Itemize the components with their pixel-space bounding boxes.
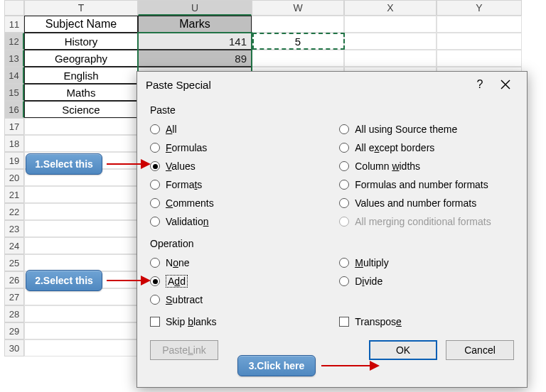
callout-2: 2.Select this — [26, 270, 102, 291]
cell-T28[interactable] — [24, 305, 138, 322]
cell-T16[interactable]: Science — [24, 101, 138, 118]
row-header-26[interactable]: 26 — [4, 271, 24, 288]
cell-W13[interactable] — [252, 50, 344, 67]
cell-T30[interactable] — [24, 339, 138, 356]
callout-1: 1.Select this — [26, 153, 102, 175]
cell-W12[interactable]: 5 — [252, 33, 344, 50]
row-header-15[interactable]: 15 — [4, 84, 24, 101]
paste-group-label: Paste — [150, 104, 514, 116]
cell-Y13[interactable] — [437, 50, 522, 67]
ok-button[interactable]: OK — [369, 340, 437, 360]
row-header-29[interactable]: 29 — [4, 322, 24, 339]
cell-T24[interactable] — [24, 237, 138, 254]
cell-T18[interactable] — [24, 135, 138, 152]
row-header-21[interactable]: 21 — [4, 186, 24, 203]
cell-T21[interactable] — [24, 186, 138, 203]
cell-U13[interactable]: 89 — [138, 50, 252, 67]
cell-T23[interactable] — [24, 220, 138, 237]
close-icon — [500, 80, 510, 89]
cell-T22[interactable] — [24, 203, 138, 220]
cell-T17[interactable] — [24, 118, 138, 135]
row-header-20[interactable]: 20 — [4, 169, 24, 186]
row-header-24[interactable]: 24 — [4, 237, 24, 254]
radio-all-theme[interactable]: All using Source theme — [339, 120, 514, 138]
corner-header[interactable] — [4, 0, 24, 16]
paste-link-button: Paste Link — [150, 340, 218, 360]
arrow-3 — [321, 365, 378, 366]
cell-T13[interactable]: Geography — [24, 50, 138, 67]
radio-formulas[interactable]: Formulas — [150, 138, 339, 157]
row-header-30[interactable]: 30 — [4, 339, 24, 356]
col-header-W[interactable]: W — [252, 0, 344, 16]
col-header-X[interactable]: X — [344, 0, 437, 16]
radio-except-borders[interactable]: All except borders — [339, 138, 514, 157]
cell-U12[interactable]: 141 — [138, 33, 252, 50]
col-header-U[interactable]: U — [138, 0, 252, 16]
check-skip-blanks[interactable]: Skip blanks — [150, 316, 339, 327]
cell-X11[interactable] — [344, 16, 437, 33]
help-button[interactable]: ? — [467, 75, 493, 94]
cell-Y12[interactable] — [437, 33, 522, 50]
row-header-27[interactable]: 27 — [4, 288, 24, 305]
row-header-28[interactable]: 28 — [4, 305, 24, 322]
operation-group-label: Operation — [150, 238, 514, 249]
check-transpose[interactable]: Transpose — [339, 316, 514, 327]
radio-none[interactable]: None — [150, 254, 339, 272]
arrow-1 — [107, 163, 149, 165]
cell-X13[interactable] — [344, 50, 437, 67]
row-header-19[interactable]: 19 — [4, 152, 24, 169]
row-header-22[interactable]: 22 — [4, 203, 24, 220]
cell-T14[interactable]: English — [24, 67, 138, 84]
radio-divide[interactable]: Divide — [339, 272, 514, 290]
cell-U11[interactable]: Marks — [138, 16, 252, 33]
dialog-title: Paste Special — [146, 79, 211, 91]
radio-validation[interactable]: Validation — [150, 212, 339, 231]
cell-T29[interactable] — [24, 322, 138, 339]
row-header-11[interactable]: 11 — [4, 16, 24, 33]
radio-formats[interactable]: Formats — [150, 175, 339, 194]
cell-X12[interactable] — [344, 33, 437, 50]
radio-all[interactable]: All — [150, 120, 339, 138]
cell-T11[interactable]: Subject Name — [24, 16, 138, 33]
row-header-14[interactable]: 14 — [4, 67, 24, 84]
close-button[interactable] — [493, 75, 518, 94]
cell-W11[interactable] — [252, 16, 344, 33]
row-header-12[interactable]: 12 — [4, 33, 24, 50]
cancel-button[interactable]: Cancel — [446, 340, 514, 360]
cell-T25[interactable] — [24, 254, 138, 271]
arrow-2 — [107, 280, 149, 281]
radio-add[interactable]: Add — [150, 272, 339, 290]
radio-comments[interactable]: Comments — [150, 194, 339, 212]
cell-T12[interactable]: History — [24, 33, 138, 50]
radio-values-number[interactable]: Values and number formats — [339, 194, 514, 212]
row-header-18[interactable]: 18 — [4, 135, 24, 152]
radio-subtract[interactable]: Subtract — [150, 290, 339, 309]
cell-T15[interactable]: Maths — [24, 84, 138, 101]
row-header-25[interactable]: 25 — [4, 254, 24, 271]
row-header-17[interactable]: 17 — [4, 118, 24, 135]
callout-3: 3.Click here — [237, 355, 316, 376]
radio-values[interactable]: Values — [150, 157, 339, 175]
col-header-Y[interactable]: Y — [437, 0, 522, 16]
cell-Y11[interactable] — [437, 16, 522, 33]
radio-formulas-number[interactable]: Formulas and number formats — [339, 175, 514, 194]
row-header-23[interactable]: 23 — [4, 220, 24, 237]
radio-column-widths[interactable]: Column widths — [339, 157, 514, 175]
paste-special-dialog: Paste Special ? Paste All Formulas Value… — [136, 71, 528, 388]
radio-multiply[interactable]: Multiply — [339, 254, 514, 272]
col-header-T[interactable]: T — [24, 0, 138, 16]
radio-merge-conditional: All merging conditional formats — [339, 212, 514, 231]
row-header-16[interactable]: 16 — [4, 101, 24, 118]
row-header-13[interactable]: 13 — [4, 50, 24, 67]
